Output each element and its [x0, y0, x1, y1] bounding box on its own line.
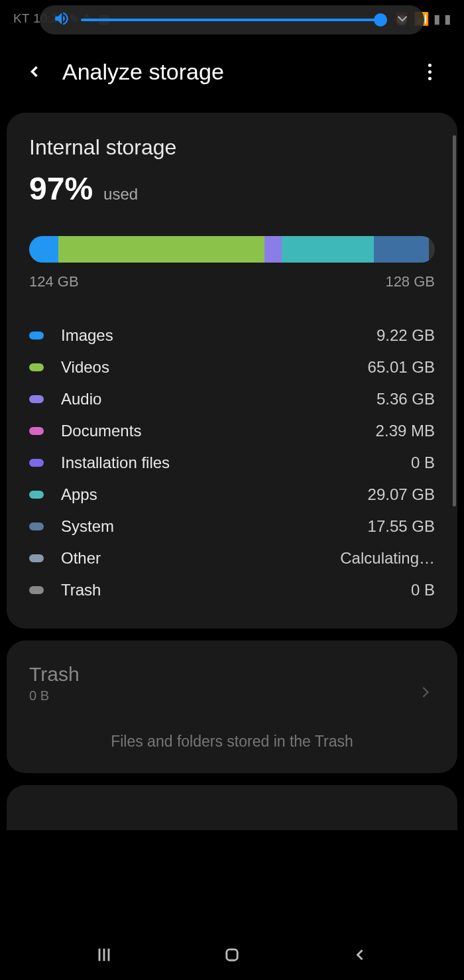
trash-size: 0 B — [29, 688, 435, 704]
battery-icon: ▮ — [444, 11, 451, 27]
volume-thumb[interactable] — [374, 13, 387, 27]
category-list: Images 9.22 GB Videos 65.01 GB Audio 5.3… — [29, 320, 435, 606]
storage-segment — [58, 236, 264, 263]
chevron-right-icon — [416, 683, 435, 704]
category-label: Installation files — [61, 454, 170, 472]
category-size: 17.55 GB — [368, 517, 435, 536]
home-button[interactable] — [212, 935, 252, 975]
category-dot — [29, 491, 44, 499]
category-size: 2.39 MB — [376, 422, 435, 440]
category-label: Audio — [61, 390, 101, 408]
used-gb: 124 GB — [29, 273, 79, 290]
signal-icon: ▮ — [434, 11, 440, 27]
storage-segment — [264, 236, 282, 263]
category-label: Images — [61, 326, 113, 345]
chevron-down-icon[interactable] — [394, 10, 411, 31]
trash-desc: Files and folders stored in the Trash — [29, 733, 435, 751]
volume-slider[interactable] — [40, 5, 424, 34]
category-row[interactable]: Audio 5.36 GB — [29, 383, 435, 415]
category-dot — [29, 395, 44, 403]
category-row[interactable]: Installation files 0 B — [29, 447, 435, 479]
used-label: used — [103, 185, 138, 204]
app-header: Analyze storage — [0, 37, 464, 113]
scroll-indicator[interactable] — [453, 135, 456, 507]
storage-bar — [29, 236, 435, 263]
category-dot — [29, 427, 44, 435]
trash-title: Trash — [29, 663, 435, 686]
category-size: 0 B — [411, 581, 435, 599]
storage-title: Internal storage — [29, 135, 435, 160]
percent-value: 97% — [29, 170, 93, 207]
category-dot — [29, 363, 44, 371]
category-label: Other — [61, 549, 101, 568]
svg-rect-3 — [227, 949, 237, 960]
storage-segment — [374, 236, 430, 263]
category-label: Documents — [61, 422, 141, 440]
category-size: 0 B — [411, 454, 435, 472]
back-nav-button[interactable] — [340, 935, 380, 975]
category-size: 5.36 GB — [377, 390, 435, 408]
category-label: Apps — [61, 485, 97, 504]
category-label: Trash — [61, 581, 101, 599]
more-button[interactable] — [415, 57, 444, 86]
category-size: 29.07 GB — [368, 485, 435, 504]
category-row[interactable]: Images 9.22 GB — [29, 320, 435, 351]
trash-card[interactable]: Trash 0 B Files and folders stored in th… — [7, 641, 457, 773]
storage-segment — [282, 236, 374, 263]
category-size: 9.22 GB — [377, 326, 435, 345]
internal-storage-card: Internal storage 97% used 124 GB 128 GB … — [7, 113, 457, 629]
recents-button[interactable] — [84, 935, 124, 975]
more-icon — [428, 64, 432, 80]
category-label: Videos — [61, 358, 109, 377]
back-button[interactable] — [20, 57, 49, 86]
category-row[interactable]: System 17.55 GB — [29, 511, 435, 542]
storage-segment — [29, 236, 58, 263]
next-card-peek[interactable] — [7, 785, 457, 830]
percent-row: 97% used — [29, 170, 435, 207]
category-dot — [29, 332, 44, 339]
category-row[interactable]: Videos 65.01 GB — [29, 351, 435, 383]
category-row[interactable]: Other Calculating… — [29, 542, 435, 574]
category-dot — [29, 586, 44, 594]
category-dot — [29, 554, 44, 562]
carrier-label: KT — [13, 11, 29, 26]
status-bar: KT 10:26 ✎ ✎ ▦ ⏰ 📶 ▮ ▮ — [0, 0, 464, 37]
nav-bar — [0, 930, 464, 980]
category-size: 65.01 GB — [368, 358, 435, 377]
category-size: Calculating… — [340, 549, 435, 568]
category-row[interactable]: Documents 2.39 MB — [29, 415, 435, 447]
page-title: Analyze storage — [62, 59, 224, 85]
volume-icon — [53, 10, 70, 31]
category-dot — [29, 522, 44, 530]
category-row[interactable]: Trash 0 B — [29, 574, 435, 606]
storage-labels: 124 GB 128 GB — [29, 273, 435, 290]
category-dot — [29, 459, 44, 467]
volume-track[interactable] — [81, 19, 380, 21]
category-label: System — [61, 517, 114, 536]
category-row[interactable]: Apps 29.07 GB — [29, 479, 435, 511]
total-gb: 128 GB — [385, 273, 435, 290]
